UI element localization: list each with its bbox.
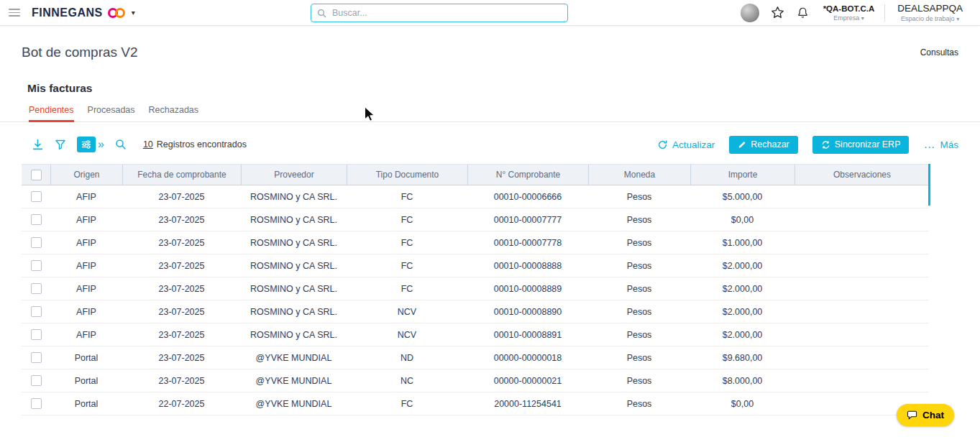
records-count[interactable]: 10 [143,139,153,150]
mas-button[interactable]: … Más [923,138,958,151]
row-checkbox-cell [22,185,50,208]
sliders-icon [81,139,91,150]
table-cell: Portal [50,399,122,409]
topbar: FINNEGANS ▾ *QA-BOT.C.A Empresa [0,0,980,26]
row-checkbox[interactable] [31,214,42,225]
col-header-fecha[interactable]: Fecha de comprobante [122,165,241,185]
table-cell: @YVKE MUNDIAL [241,353,347,363]
table-cell: Portal [50,353,122,363]
table-cell: $9.680,00 [690,353,794,363]
sincronizar-erp-button[interactable]: Sincronizar ERP [812,136,910,154]
brand[interactable]: FINNEGANS ▾ [32,6,135,19]
table-cell: 00010-00007778 [467,238,588,248]
table-cell: FC [347,215,467,225]
row-checkbox[interactable] [31,352,42,363]
table-cell: AFIP [50,330,122,340]
table-header: Origen Fecha de comprobante Proveedor Ti… [22,164,929,185]
row-checkbox-cell [22,323,50,346]
download-icon[interactable] [32,139,44,151]
globe-icon[interactable] [741,4,759,22]
table-row[interactable]: AFIP23-07-2025ROSMINO y CA SRL.FC00010-0… [22,185,929,208]
table-search-icon[interactable] [115,139,127,150]
row-checkbox[interactable] [31,260,42,271]
menu-icon[interactable] [9,9,20,17]
table-cell: Pesos [588,192,690,202]
table-row[interactable]: AFIP23-07-2025ROSMINO y CA SRL.FC00010-0… [22,277,929,300]
section-title: Mis facturas [27,82,980,95]
table-cell: NCV [347,307,467,317]
table-row[interactable]: AFIP23-07-2025ROSMINO y CA SRL.FC00010-0… [22,254,929,277]
tab-procesadas[interactable]: Procesadas [88,105,135,121]
table-cell: Pesos [588,284,690,294]
star-icon[interactable] [770,5,785,20]
table-cell: FC [347,238,467,248]
col-header-observaciones[interactable]: Observaciones [794,165,929,185]
table-cell: AFIP [50,284,122,294]
records-label: Registros encontrados [157,139,247,150]
row-checkbox[interactable] [31,191,42,202]
chevron-down-icon: ▾ [132,9,135,17]
table-cell: Pesos [588,215,690,225]
table-row[interactable]: AFIP23-07-2025ROSMINO y CA SRL.NCV00010-… [22,323,929,346]
table-cell: $2.000,00 [690,307,794,317]
row-checkbox-cell [22,254,50,277]
search-input[interactable] [331,7,562,19]
col-header-comprobante[interactable]: N° Comprobante [467,165,588,185]
rechazar-button[interactable]: Rechazar [729,136,798,154]
table-cell: FC [347,192,467,202]
col-header-tipo-documento[interactable]: Tipo Documento [347,165,467,185]
table-cell: 23-07-2025 [122,376,241,386]
column-settings-button[interactable] [77,137,96,152]
expand-chevrons-icon[interactable]: » [98,139,104,150]
bell-icon[interactable] [796,6,810,20]
tab-rechazadas[interactable]: Rechazadas [149,105,199,121]
table-cell: AFIP [50,238,122,248]
row-checkbox[interactable] [31,398,42,409]
chat-button[interactable]: Chat [897,404,954,426]
page-head: Bot de compras V2 Consultas [0,26,980,60]
table-row[interactable]: AFIP23-07-2025ROSMINO y CA SRL.FC00010-0… [22,208,929,231]
select-all-checkbox[interactable] [31,170,42,180]
table-row[interactable]: Portal23-07-2025@YVKE MUNDIALND00000-000… [22,346,929,369]
table-row[interactable]: Portal22-07-2025@YVKE MUNDIALFC20000-112… [22,392,929,415]
table-row[interactable]: AFIP23-07-2025ROSMINO y CA SRL.NCV00010-… [22,300,929,323]
table-cell: 23-07-2025 [122,215,241,225]
global-search[interactable] [311,4,568,22]
table-row[interactable]: AFIP23-07-2025ROSMINO y CA SRL.FC00010-0… [22,231,929,254]
table-cell: 00010-00008889 [467,284,588,294]
table-cell: 23-07-2025 [122,353,241,363]
row-checkbox[interactable] [31,283,42,294]
row-checkbox[interactable] [31,306,42,317]
row-checkbox[interactable] [31,329,42,340]
row-checkbox[interactable] [31,375,42,386]
tab-pendientes[interactable]: Pendientes [29,105,74,121]
table-row[interactable]: Portal23-07-2025@YVKE MUNDIALNC00000-000… [22,369,929,392]
table-cell: 23-07-2025 [122,192,241,202]
row-checkbox-cell [22,369,50,392]
table-cell: 00000-00000018 [467,353,588,363]
company-selector[interactable]: *QA-BOT.C.A Empresa ▾ [820,4,886,22]
col-header-moneda[interactable]: Moneda [588,165,690,185]
finnegans-logo-icon [108,7,127,19]
table-cell: ROSMINO y CA SRL. [241,238,347,248]
table-cell: 00000-00000021 [467,376,588,386]
table-scrollbar[interactable] [928,164,930,206]
filter-icon[interactable] [55,139,66,150]
actualizar-button[interactable]: Actualizar [657,139,715,150]
row-checkbox[interactable] [31,237,42,248]
workspace-selector[interactable]: DEALSAPPQA Espacio de trabajo ▾ [896,3,967,22]
table-cell: FC [347,399,467,409]
row-checkbox-cell [22,300,50,323]
table-cell: Portal [50,376,122,386]
col-header-origen[interactable]: Origen [50,165,122,185]
table-cell: $2.000,00 [690,284,794,294]
company-name: *QA-BOT.C.A [823,4,875,13]
table-cell: 23-07-2025 [122,330,241,340]
table-cell: $2.000,00 [690,261,794,271]
row-checkbox-cell [22,392,50,415]
row-checkbox-cell [22,346,50,369]
col-header-proveedor[interactable]: Proveedor [241,165,347,185]
col-header-importe[interactable]: Importe [690,165,794,185]
consultas-link[interactable]: Consultas [920,47,958,58]
table-cell: ND [347,353,467,363]
